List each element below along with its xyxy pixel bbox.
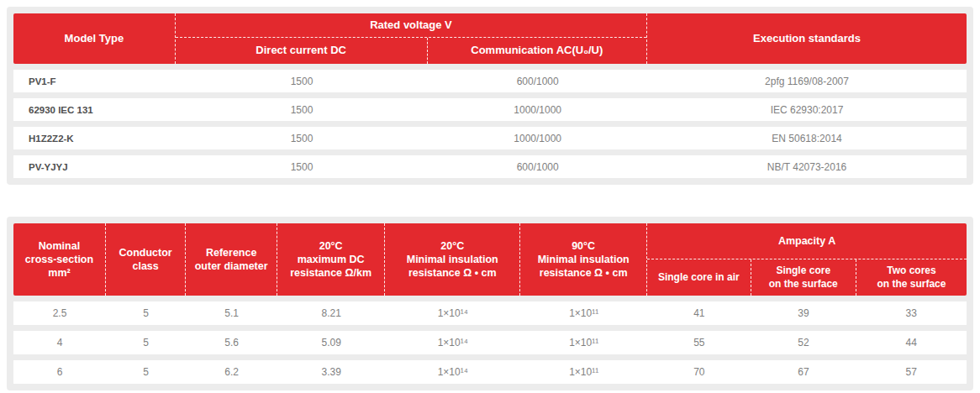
ampacity-air-value: 55 bbox=[647, 337, 751, 348]
ampacity-two-surface-value: 33 bbox=[856, 307, 967, 319]
column-header-execution-standards: Execution standards bbox=[647, 13, 967, 64]
table-row: 6 5 6.2 3.39 1×10¹⁴ 1×10¹¹ 70 67 57 bbox=[13, 360, 967, 384]
insulation-resistance-20c-value: 1×10¹⁴ bbox=[385, 366, 520, 378]
ampacity-air-value: 70 bbox=[647, 366, 751, 378]
nominal-cross-section-value: 4 bbox=[13, 337, 106, 348]
nominal-cross-section-value: 6 bbox=[13, 366, 106, 378]
insulation-resistance-90c-value: 1×10¹¹ bbox=[520, 337, 647, 348]
model-name: H1Z2Z2-K bbox=[13, 134, 176, 144]
column-header-single-core-on-surface: Single core on the surface bbox=[751, 259, 856, 296]
ac-voltage: 600/1000 bbox=[428, 76, 647, 87]
column-header-two-cores-on-surface: Two cores on the surface bbox=[856, 259, 967, 296]
dc-voltage: 1500 bbox=[176, 161, 429, 173]
column-header-direct-current-dc: Direct current DC bbox=[176, 38, 428, 64]
ac-voltage: 600/1000 bbox=[428, 161, 647, 173]
outer-diameter-value: 6.2 bbox=[186, 366, 277, 378]
column-header-nominal-cross-section: Nominal cross-section mm² bbox=[13, 223, 106, 296]
dc-voltage: 1500 bbox=[176, 104, 429, 116]
column-header-conductor-class: Conductor class bbox=[106, 223, 186, 296]
column-header-20c-min-insulation-resistance: 20°C Minimal insulation resistance Ω • c… bbox=[385, 223, 520, 296]
execution-standard: NB/T 42073-2016 bbox=[647, 161, 967, 173]
column-group-ampacity: Ampacity A Single core in air Single cor… bbox=[647, 223, 967, 296]
table-row: 2.5 5 5.1 8.21 1×10¹⁴ 1×10¹¹ 41 39 33 bbox=[13, 301, 967, 325]
ampacity-two-surface-value: 44 bbox=[856, 337, 967, 348]
dc-resistance-value: 3.39 bbox=[277, 366, 385, 378]
column-group-rated-voltage: Rated voltage V Direct current DC Commun… bbox=[176, 13, 647, 64]
ampacity-single-surface-value: 67 bbox=[751, 366, 856, 378]
ampacity-two-surface-value: 57 bbox=[856, 366, 967, 378]
model-name: PV-YJYJ bbox=[13, 162, 176, 172]
ac-voltage: 1000/1000 bbox=[428, 133, 647, 144]
column-header-model-type: Model Type bbox=[13, 13, 176, 64]
ampacity-single-surface-value: 52 bbox=[751, 337, 856, 348]
rated-voltage-subheaders: Direct current DC Communication AC(U₀/U) bbox=[176, 38, 646, 64]
table1-header: Model Type Rated voltage V Direct curren… bbox=[13, 13, 967, 64]
dc-voltage: 1500 bbox=[176, 76, 429, 87]
model-name: PV1-F bbox=[13, 76, 176, 86]
dc-resistance-value: 5.09 bbox=[277, 337, 385, 348]
insulation-resistance-90c-value: 1×10¹¹ bbox=[520, 307, 647, 319]
dc-voltage: 1500 bbox=[176, 133, 429, 144]
table-row: PV1-F 1500 600/1000 2pfg 1169/08-2007 bbox=[13, 70, 967, 92]
outer-diameter-value: 5.1 bbox=[186, 307, 277, 319]
ampacity-subheaders: Single core in air Single core on the su… bbox=[647, 259, 967, 296]
ampacity-air-value: 41 bbox=[647, 307, 751, 319]
column-header-20c-max-dc-resistance: 20°C maximum DC resistance Ω/km bbox=[277, 223, 385, 296]
model-name: 62930 IEC 131 bbox=[13, 105, 176, 115]
dc-resistance-value: 8.21 bbox=[277, 307, 385, 319]
conductor-class-value: 5 bbox=[106, 307, 186, 319]
conductor-class-value: 5 bbox=[106, 366, 186, 378]
insulation-resistance-20c-value: 1×10¹⁴ bbox=[385, 337, 520, 348]
column-header-ampacity: Ampacity A bbox=[647, 223, 967, 259]
execution-standard: 2pfg 1169/08-2007 bbox=[647, 76, 967, 87]
ampacity-single-surface-value: 39 bbox=[751, 307, 856, 319]
column-header-communication-ac: Communication AC(U₀/U) bbox=[428, 38, 647, 64]
cable-datasheet-page: Model Type Rated voltage V Direct curren… bbox=[0, 0, 980, 393]
nominal-cross-section-value: 2.5 bbox=[13, 307, 106, 319]
column-header-90c-min-insulation-resistance: 90°C Minimal insulation resistance Ω • c… bbox=[520, 223, 647, 296]
outer-diameter-value: 5.6 bbox=[186, 337, 277, 348]
conductor-class-value: 5 bbox=[106, 337, 186, 348]
insulation-resistance-90c-value: 1×10¹¹ bbox=[520, 366, 647, 378]
table-row: PV-YJYJ 1500 600/1000 NB/T 42073-2016 bbox=[13, 155, 967, 178]
voltage-standards-table: Model Type Rated voltage V Direct curren… bbox=[7, 7, 973, 185]
execution-standard: EN 50618:2014 bbox=[647, 133, 967, 144]
column-header-rated-voltage: Rated voltage V bbox=[176, 13, 646, 38]
execution-standard: IEC 62930:2017 bbox=[647, 104, 967, 116]
ac-voltage: 1000/1000 bbox=[428, 104, 647, 116]
column-header-single-core-in-air: Single core in air bbox=[647, 259, 751, 296]
insulation-resistance-20c-value: 1×10¹⁴ bbox=[385, 307, 520, 319]
table-row: 4 5 5.6 5.09 1×10¹⁴ 1×10¹¹ 55 52 44 bbox=[13, 331, 967, 354]
specifications-table: Nominal cross-section mm² Conductor clas… bbox=[7, 217, 973, 390]
table-row: H1Z2Z2-K 1500 1000/1000 EN 50618:2014 bbox=[13, 127, 967, 149]
column-header-reference-outer-diameter: Reference outer diameter bbox=[186, 223, 277, 296]
table2-header: Nominal cross-section mm² Conductor clas… bbox=[13, 223, 967, 296]
table-row: 62930 IEC 131 1500 1000/1000 IEC 62930:2… bbox=[13, 98, 967, 121]
